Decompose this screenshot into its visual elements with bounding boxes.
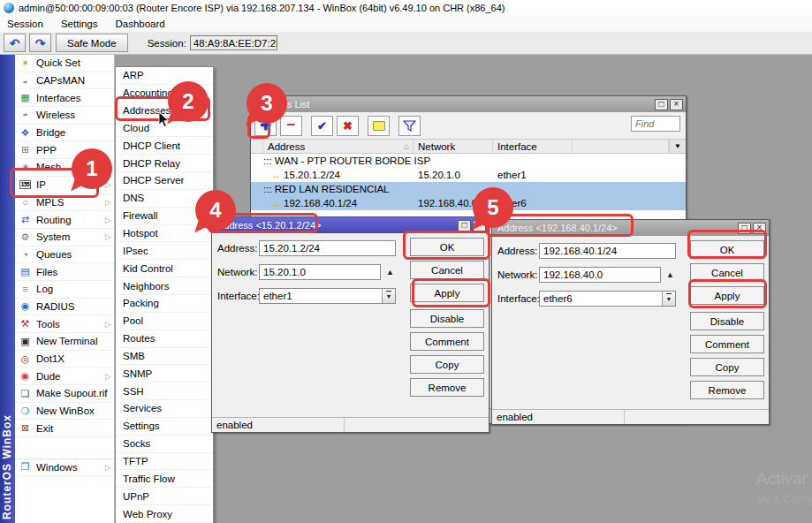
maximize-button[interactable]: □ bbox=[458, 220, 471, 231]
gear-icon: ⚙ bbox=[18, 231, 33, 243]
column-options-button[interactable]: ▼ bbox=[669, 140, 686, 153]
column-label: Network bbox=[418, 141, 455, 152]
table-row-comment-wan[interactable]: ::: WAN - PTP ROUTER BORDE ISP bbox=[251, 154, 686, 168]
submenu-item-dhcp-client[interactable]: DHCP Client bbox=[116, 137, 213, 155]
sidebar-item-label: Dude bbox=[36, 371, 105, 382]
sidebar-item-label: MPLS bbox=[36, 197, 105, 208]
redo-button[interactable]: ↷ bbox=[29, 34, 51, 52]
sidebar-item-label: Tools bbox=[36, 319, 105, 330]
cancel-button[interactable]: Cancel bbox=[410, 261, 484, 279]
submenu-item-tftp[interactable]: TFTP bbox=[116, 453, 213, 471]
sidebar-item-new-winbox[interactable]: ❍New WinBox bbox=[15, 403, 114, 421]
sidebar-item-make-supout[interactable]: ❏Make Supout.rif bbox=[15, 385, 114, 403]
submenu-item-dhcp-server[interactable]: DHCP Server bbox=[116, 172, 213, 190]
sidebar-item-radius[interactable]: ◉RADIUS bbox=[15, 299, 114, 316]
menu-session[interactable]: Session bbox=[7, 19, 43, 29]
submenu-item-pool[interactable]: Pool bbox=[116, 313, 213, 330]
sidebar-item-wireless[interactable]: ◓Wireless bbox=[15, 107, 114, 125]
submenu-item-settings[interactable]: Settings bbox=[116, 418, 213, 436]
disable-button[interactable]: ✖ bbox=[337, 116, 359, 136]
safe-mode-button[interactable]: Safe Mode bbox=[56, 34, 128, 52]
sidebar-item-capsman[interactable]: ◒CAPsMAN bbox=[15, 72, 114, 90]
remove-button[interactable]: Remove bbox=[690, 381, 764, 399]
sidebar-item-log[interactable]: ≡Log bbox=[15, 281, 114, 299]
sidebar-item-dot1x[interactable]: ◎Dot1X bbox=[15, 351, 114, 368]
comment-button[interactable] bbox=[368, 116, 390, 136]
submenu-item-smb[interactable]: SMB bbox=[116, 348, 213, 366]
copy-button[interactable]: Copy bbox=[410, 355, 484, 374]
collapse-up-icon[interactable]: ▲ bbox=[666, 270, 674, 279]
comment-button[interactable]: Comment bbox=[690, 335, 764, 353]
sidebar-item-windows[interactable]: ❐Windows▷ bbox=[15, 459, 114, 476]
table-row-address-1[interactable]: ↔15.20.1.2/24 15.20.1.0 ether1 bbox=[251, 168, 686, 182]
ppp-icon: ⊞ bbox=[18, 144, 33, 155]
sidebar-item-bridge[interactable]: ❖Bridge bbox=[15, 125, 114, 142]
submenu-item-services[interactable]: Services bbox=[116, 400, 213, 418]
network-field[interactable] bbox=[259, 264, 381, 280]
network-column-header[interactable]: Network bbox=[414, 140, 493, 153]
remove-button[interactable]: Remove bbox=[410, 378, 484, 397]
submenu-item-routes[interactable]: Routes bbox=[116, 330, 213, 348]
sidebar-item-label: Queues bbox=[36, 249, 114, 260]
sidebar-item-quick-set[interactable]: ✶Quick Set bbox=[15, 55, 114, 72]
interface-field[interactable] bbox=[539, 291, 676, 307]
submenu-item-neighbors[interactable]: Neighbors bbox=[116, 277, 213, 295]
submenu-item-ssh[interactable]: SSH bbox=[116, 383, 213, 400]
table-row-comment-lan[interactable]: ::: RED LAN RESIDENCIAL bbox=[251, 182, 686, 196]
activation-watermark-line2: Ve a Config bbox=[756, 492, 812, 505]
chevron-right-icon: ▷ bbox=[105, 463, 111, 472]
windows-icon: ❐ bbox=[18, 461, 33, 473]
address-column-header[interactable]: Address△ bbox=[263, 140, 414, 153]
disable-button[interactable]: Disable bbox=[410, 309, 484, 328]
comment-button[interactable]: Comment bbox=[410, 332, 484, 351]
submenu-item-traffic-flow[interactable]: Traffic Flow bbox=[116, 470, 213, 488]
submenu-item-web-proxy[interactable]: Web Proxy bbox=[116, 505, 213, 523]
menu-dashboard[interactable]: Dashboard bbox=[115, 19, 164, 29]
combo-dropdown-icon[interactable]: ▼ bbox=[382, 289, 395, 303]
collapse-up-icon[interactable]: ▲ bbox=[386, 268, 394, 277]
submenu-item-arp[interactable]: ARP bbox=[116, 67, 213, 85]
sidebar-item-files[interactable]: ▤Files bbox=[15, 263, 114, 281]
address-field[interactable] bbox=[539, 243, 676, 259]
submenu-item-upnp[interactable]: UPnP bbox=[116, 488, 213, 505]
interface-field[interactable] bbox=[259, 288, 396, 304]
combo-dropdown-icon[interactable]: ▼ bbox=[662, 292, 675, 306]
submenu-item-snmp[interactable]: SNMP bbox=[116, 365, 213, 383]
sidebar-item-exit[interactable]: ⊠Exit bbox=[15, 420, 114, 437]
undo-button[interactable]: ↶ bbox=[4, 34, 26, 52]
table-row-address-2[interactable]: ↔192.168.40.1/24 192.168.40.0 ether6 bbox=[251, 196, 686, 210]
sidebar-item-interfaces[interactable]: ▦Interfaces bbox=[15, 89, 114, 107]
network-field[interactable] bbox=[539, 267, 661, 283]
submenu-item-ipsec[interactable]: IPsec bbox=[116, 242, 213, 260]
flag-column-header[interactable] bbox=[251, 140, 263, 153]
sidebar-item-queues[interactable]: ◔Queues bbox=[15, 246, 114, 264]
submenu-item-kid-control[interactable]: Kid Control bbox=[116, 260, 213, 277]
copy-button[interactable]: Copy bbox=[690, 358, 764, 376]
address-value: 192.168.40.1/24 bbox=[284, 198, 357, 208]
interface-combo[interactable]: ▼ bbox=[259, 288, 396, 304]
find-input[interactable] bbox=[631, 116, 680, 132]
annotation-step-4: 4 bbox=[195, 190, 236, 231]
submenu-item-packing[interactable]: Packing bbox=[116, 295, 213, 313]
address-field[interactable] bbox=[259, 240, 396, 256]
disable-button[interactable]: Disable bbox=[690, 312, 764, 330]
sidebar-item-routing[interactable]: ⇄Routing▷ bbox=[15, 211, 114, 229]
sidebar-item-system[interactable]: ⚙System▷ bbox=[15, 229, 114, 246]
interface-combo[interactable]: ▼ bbox=[539, 291, 676, 307]
submenu-item-socks[interactable]: Socks bbox=[116, 436, 213, 453]
remove-button[interactable]: − bbox=[280, 116, 302, 136]
close-icon[interactable]: × bbox=[670, 99, 683, 110]
sidebar-item-new-terminal[interactable]: ▣New Terminal bbox=[15, 333, 114, 351]
menu-settings[interactable]: Settings bbox=[61, 19, 98, 29]
session-input[interactable] bbox=[190, 35, 277, 50]
maximize-button[interactable]: □ bbox=[655, 99, 668, 110]
sidebar: ✶Quick Set ◒CAPsMAN ▦Interfaces ◓Wireles… bbox=[15, 55, 115, 523]
sidebar-item-dude[interactable]: ◉Dude▷ bbox=[15, 368, 114, 385]
sidebar-item-tools[interactable]: ⚒Tools▷ bbox=[15, 315, 114, 333]
interface-label: Interface: bbox=[217, 291, 259, 301]
filter-button[interactable] bbox=[398, 116, 421, 136]
redo-icon: ↷ bbox=[35, 36, 46, 50]
enable-button[interactable]: ✔ bbox=[311, 116, 333, 136]
interface-column-header[interactable]: Interface bbox=[493, 140, 573, 153]
submenu-item-dhcp-relay[interactable]: DHCP Relay bbox=[116, 155, 213, 172]
